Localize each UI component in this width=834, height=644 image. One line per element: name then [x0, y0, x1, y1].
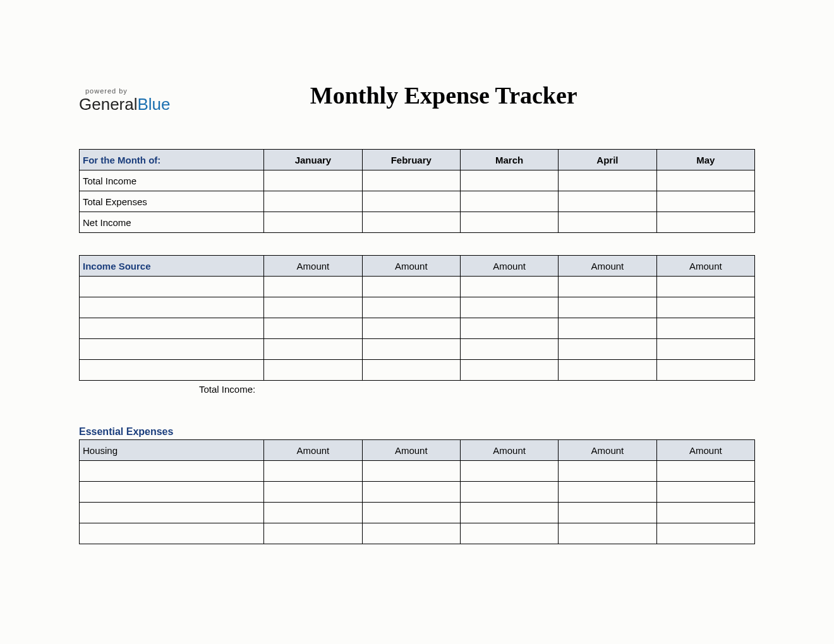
cell[interactable]: [362, 339, 460, 360]
cell[interactable]: [80, 360, 264, 381]
cell[interactable]: [656, 503, 754, 523]
cell[interactable]: [559, 277, 656, 297]
cell[interactable]: [80, 523, 264, 544]
cell[interactable]: [460, 212, 558, 233]
cell[interactable]: [559, 212, 656, 233]
table-row: [80, 360, 755, 381]
cell[interactable]: [656, 191, 754, 212]
table-row: [80, 503, 755, 523]
month-header: March: [460, 150, 558, 170]
table-header-row: For the Month of: January February March…: [80, 150, 755, 170]
cell[interactable]: [264, 523, 362, 544]
cell[interactable]: [362, 503, 460, 523]
cell[interactable]: [264, 461, 362, 482]
cell[interactable]: [362, 191, 460, 212]
cell[interactable]: [264, 170, 362, 191]
cell[interactable]: [362, 170, 460, 191]
amount-header: Amount: [264, 256, 362, 277]
cell[interactable]: [80, 461, 264, 482]
cell[interactable]: [656, 297, 754, 318]
cell[interactable]: [460, 482, 558, 503]
cell[interactable]: [460, 297, 558, 318]
cell[interactable]: [80, 482, 264, 503]
income-table: Income Source Amount Amount Amount Amoun…: [79, 255, 755, 381]
amount-header: Amount: [362, 440, 460, 461]
cell[interactable]: [656, 277, 754, 297]
essential-expenses-title: Essential Expenses: [79, 426, 755, 438]
amount-header: Amount: [656, 256, 754, 277]
row-label: Net Income: [80, 212, 264, 233]
cell[interactable]: [460, 170, 558, 191]
cell[interactable]: [656, 339, 754, 360]
cell[interactable]: [264, 191, 362, 212]
cell[interactable]: [559, 503, 656, 523]
cell[interactable]: [80, 503, 264, 523]
cell[interactable]: [362, 212, 460, 233]
cell[interactable]: [362, 482, 460, 503]
cell[interactable]: [656, 523, 754, 544]
cell[interactable]: [559, 297, 656, 318]
cell[interactable]: [264, 503, 362, 523]
cell[interactable]: [264, 360, 362, 381]
cell[interactable]: [460, 339, 558, 360]
cell[interactable]: [656, 212, 754, 233]
month-header: May: [656, 150, 754, 170]
cell[interactable]: [460, 523, 558, 544]
housing-table: Housing Amount Amount Amount Amount Amou…: [79, 439, 755, 544]
cell[interactable]: [559, 461, 656, 482]
table-row: [80, 461, 755, 482]
table-row: [80, 277, 755, 297]
cell[interactable]: [460, 191, 558, 212]
cell[interactable]: [362, 523, 460, 544]
cell[interactable]: [264, 318, 362, 339]
cell[interactable]: [80, 297, 264, 318]
cell[interactable]: [559, 191, 656, 212]
table-row: [80, 297, 755, 318]
month-label-header: For the Month of:: [80, 150, 264, 170]
amount-header: Amount: [656, 440, 754, 461]
cell[interactable]: [80, 318, 264, 339]
cell[interactable]: [362, 360, 460, 381]
cell[interactable]: [656, 318, 754, 339]
cell[interactable]: [362, 318, 460, 339]
table-row: [80, 318, 755, 339]
cell[interactable]: [559, 318, 656, 339]
total-income-label: Total Income:: [199, 384, 755, 395]
month-header: January: [264, 150, 362, 170]
cell[interactable]: [656, 170, 754, 191]
cell[interactable]: [264, 339, 362, 360]
cell[interactable]: [460, 318, 558, 339]
cell[interactable]: [460, 461, 558, 482]
income-source-header: Income Source: [80, 256, 264, 277]
cell[interactable]: [559, 360, 656, 381]
cell[interactable]: [460, 277, 558, 297]
cell[interactable]: [264, 212, 362, 233]
cell[interactable]: [559, 482, 656, 503]
amount-header: Amount: [460, 256, 558, 277]
table-row: [80, 523, 755, 544]
table-row: Total Expenses: [80, 191, 755, 212]
cell[interactable]: [656, 482, 754, 503]
cell[interactable]: [362, 277, 460, 297]
cell[interactable]: [559, 523, 656, 544]
cell[interactable]: [656, 360, 754, 381]
table-row: [80, 482, 755, 503]
cell[interactable]: [362, 461, 460, 482]
month-header: April: [559, 150, 656, 170]
cell[interactable]: [656, 461, 754, 482]
row-label: Total Income: [80, 170, 264, 191]
cell[interactable]: [264, 482, 362, 503]
table-header-row: Housing Amount Amount Amount Amount Amou…: [80, 440, 755, 461]
cell[interactable]: [559, 170, 656, 191]
cell[interactable]: [80, 339, 264, 360]
cell[interactable]: [80, 277, 264, 297]
cell[interactable]: [362, 297, 460, 318]
cell[interactable]: [559, 339, 656, 360]
amount-header: Amount: [559, 440, 656, 461]
amount-header: Amount: [264, 440, 362, 461]
cell[interactable]: [460, 503, 558, 523]
cell[interactable]: [460, 360, 558, 381]
cell[interactable]: [264, 277, 362, 297]
cell[interactable]: [264, 297, 362, 318]
row-label: Total Expenses: [80, 191, 264, 212]
